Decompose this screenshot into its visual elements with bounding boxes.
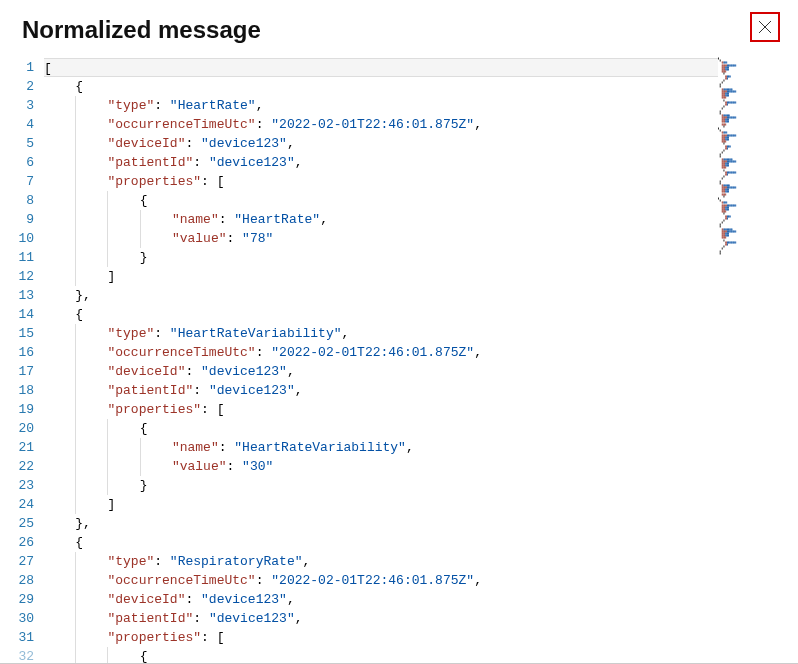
code-line: "patientId": "device123", [44,381,718,400]
code-line: "occurrenceTimeUtc": "2022-02-01T22:46:0… [44,343,718,362]
line-number: 2 [0,77,44,96]
line-number: 31 [0,628,44,647]
code-line: "value": "30" [44,457,718,476]
line-number: 24 [0,495,44,514]
line-number: 19 [0,400,44,419]
line-number: 32 [0,647,44,663]
minimap[interactable]: █ █ ██████ ████████████████ ████████ ███… [718,56,798,663]
line-number: 10 [0,229,44,248]
code-line: "deviceId": "device123", [44,362,718,381]
line-number: 6 [0,153,44,172]
line-number: 27 [0,552,44,571]
code-line: "deviceId": "device123", [44,134,718,153]
line-number: 29 [0,590,44,609]
code-line: "name": "HeartRate", [44,210,718,229]
close-button[interactable] [750,12,780,42]
code-line: }, [44,286,718,305]
code-line: "type": "RespiratoryRate", [44,552,718,571]
line-number: 28 [0,571,44,590]
code-line: "type": "HeartRate", [44,96,718,115]
line-number: 21 [0,438,44,457]
code-line: "properties": [ [44,628,718,647]
line-number: 30 [0,609,44,628]
line-number: 16 [0,343,44,362]
code-line: "properties": [ [44,172,718,191]
line-number: 14 [0,305,44,324]
line-number: 3 [0,96,44,115]
code-editor[interactable]: 1234567891011121314151617181920212223242… [0,56,798,663]
code-line: ] [44,267,718,286]
code-line: { [44,647,718,663]
code-line: "patientId": "device123", [44,153,718,172]
line-number: 17 [0,362,44,381]
panel-title: Normalized message [22,16,261,44]
line-number: 1 [0,58,44,77]
code-line: "occurrenceTimeUtc": "2022-02-01T22:46:0… [44,571,718,590]
code-line: }, [44,514,718,533]
code-content[interactable]: [ { "type": "HeartRate", "occurrenceTime… [44,56,718,663]
normalized-message-panel: Normalized message 123456789101112131415… [0,0,798,664]
code-line: "patientId": "device123", [44,609,718,628]
code-line: ] [44,495,718,514]
line-number-gutter: 1234567891011121314151617181920212223242… [0,56,44,663]
line-number: 13 [0,286,44,305]
line-number: 8 [0,191,44,210]
line-number: 23 [0,476,44,495]
code-line: { [44,419,718,438]
line-number: 22 [0,457,44,476]
code-line: } [44,248,718,267]
panel-header: Normalized message [0,0,798,56]
line-number: 5 [0,134,44,153]
code-line: } [44,476,718,495]
line-number: 15 [0,324,44,343]
code-line: "name": "HeartRateVariability", [44,438,718,457]
code-line: "deviceId": "device123", [44,590,718,609]
code-line: "value": "78" [44,229,718,248]
code-line: "occurrenceTimeUtc": "2022-02-01T22:46:0… [44,115,718,134]
code-line: "properties": [ [44,400,718,419]
line-number: 12 [0,267,44,286]
line-number: 26 [0,533,44,552]
line-number: 9 [0,210,44,229]
line-number: 18 [0,381,44,400]
code-line: { [44,77,718,96]
code-line: "type": "HeartRateVariability", [44,324,718,343]
line-number: 7 [0,172,44,191]
code-line: { [44,533,718,552]
line-number: 4 [0,115,44,134]
code-line: { [44,191,718,210]
line-number: 25 [0,514,44,533]
line-number: 11 [0,248,44,267]
code-line: { [44,305,718,324]
code-line: [ [44,58,718,77]
close-icon [758,20,772,34]
line-number: 20 [0,419,44,438]
